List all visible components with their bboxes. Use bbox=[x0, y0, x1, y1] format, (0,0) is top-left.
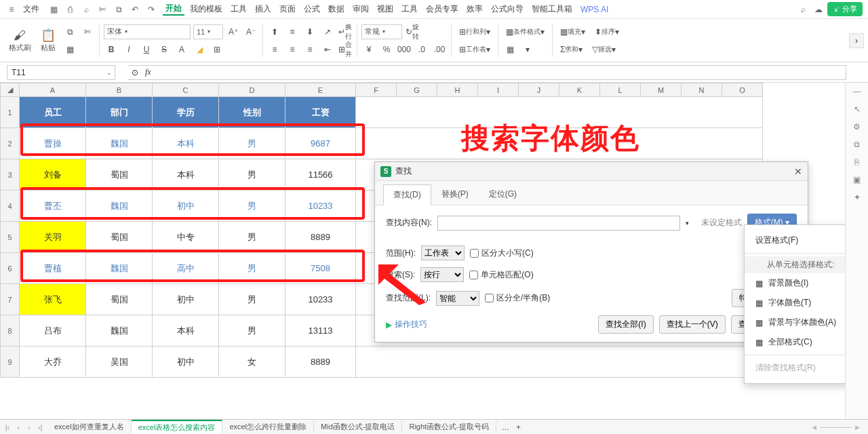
row-header[interactable]: 1 bbox=[1, 97, 20, 128]
share-button[interactable]: ⭹ 分享 bbox=[827, 2, 863, 16]
rowcol-button[interactable]: ⊞ 行和列 ▾ bbox=[456, 24, 494, 39]
number-format-combo[interactable]: 常规▾ bbox=[361, 24, 402, 39]
menu-font-color[interactable]: ▦字体颜色(T) bbox=[745, 293, 845, 313]
sheet-tab[interactable]: excel如何查重复人名 bbox=[47, 420, 132, 433]
cell[interactable]: 10233 bbox=[285, 284, 356, 315]
row-header[interactable]: 2 bbox=[1, 128, 20, 159]
cell[interactable]: 吴国 bbox=[86, 347, 153, 378]
copy-icon[interactable]: ⧉ bbox=[113, 3, 125, 16]
chevron-down-icon[interactable]: ▾ bbox=[686, 220, 689, 226]
sort-button[interactable]: ⬍ 排序 ▾ bbox=[591, 24, 623, 39]
increase-font-icon[interactable]: A⁺ bbox=[226, 24, 241, 39]
font-color-button[interactable]: A bbox=[174, 42, 189, 57]
dialog-titlebar[interactable]: S 查找 ✕ bbox=[375, 162, 808, 181]
worksheet-button[interactable]: ⊞ 工作表 ▾ bbox=[456, 42, 494, 57]
cell[interactable]: 高中 bbox=[153, 253, 219, 284]
cell[interactable]: 初中 bbox=[153, 284, 219, 315]
search-icon[interactable]: ⌕ bbox=[797, 3, 810, 16]
row-header[interactable]: 7 bbox=[1, 284, 20, 315]
paste-button[interactable]: 📋粘贴 bbox=[34, 28, 62, 53]
cell[interactable]: 7508 bbox=[285, 253, 356, 284]
chevron-down-icon[interactable]: ⌄ bbox=[106, 69, 112, 76]
row-header[interactable]: 5 bbox=[1, 222, 20, 253]
align-bottom-icon[interactable]: ⬇ bbox=[302, 24, 317, 39]
cell[interactable]: 9687 bbox=[285, 128, 356, 159]
rotate-button[interactable]: ↻ 旋转 bbox=[405, 24, 420, 39]
wps-ai-button[interactable]: WPS AI bbox=[578, 5, 611, 14]
fill-color-button[interactable]: ◢ bbox=[192, 42, 207, 57]
border-button[interactable]: ⊞ bbox=[210, 42, 224, 57]
row-header[interactable]: 9 bbox=[1, 347, 20, 378]
row-header[interactable]: 6 bbox=[1, 253, 20, 284]
lookin-select[interactable]: 智能 bbox=[436, 291, 479, 306]
preview-icon[interactable]: ⌕ bbox=[80, 3, 92, 16]
tab-page[interactable]: 页面 bbox=[277, 3, 298, 15]
col-header[interactable]: A bbox=[20, 83, 86, 97]
cell[interactable]: 大乔 bbox=[20, 347, 86, 378]
cell[interactable]: 中专 bbox=[153, 222, 219, 253]
scope-select[interactable]: 工作表 bbox=[421, 245, 465, 260]
tab-replace[interactable]: 替换(P) bbox=[431, 184, 479, 205]
row-header[interactable]: 4 bbox=[1, 191, 20, 222]
cell[interactable]: 男 bbox=[219, 315, 285, 347]
cell[interactable]: 8889 bbox=[285, 222, 356, 253]
tab-members[interactable]: 会员专享 bbox=[423, 3, 461, 15]
cell[interactable]: 男 bbox=[219, 253, 285, 284]
sparkle-icon[interactable]: ✦ bbox=[854, 193, 861, 202]
cell[interactable]: 曹植 bbox=[20, 253, 86, 284]
col-header[interactable]: F bbox=[356, 83, 397, 97]
comma-icon[interactable]: 000 bbox=[397, 42, 412, 57]
filter-button[interactable]: ▽ 筛选 ▾ bbox=[589, 42, 619, 57]
cell[interactable]: 本科 bbox=[153, 128, 219, 159]
menu-set-format[interactable]: 设置格式(F) bbox=[745, 231, 845, 250]
align-right-icon[interactable]: ≡ bbox=[302, 42, 317, 57]
col-header[interactable]: B bbox=[86, 83, 153, 97]
dec-inc-icon[interactable]: .0 bbox=[414, 42, 429, 57]
col-header[interactable]: K bbox=[559, 83, 600, 97]
minus-icon[interactable]: — bbox=[853, 87, 861, 96]
table-header-cell[interactable]: 性别 bbox=[219, 97, 285, 128]
undo-icon[interactable]: ↶ bbox=[129, 3, 141, 16]
formula-bar[interactable]: ⊙ fx bbox=[127, 65, 846, 80]
layer-icon[interactable]: ⧉ bbox=[854, 140, 860, 149]
cell[interactable]: 女 bbox=[219, 347, 285, 378]
col-header[interactable]: N bbox=[682, 83, 722, 97]
row-header[interactable]: 8 bbox=[1, 315, 20, 347]
sheet-tab[interactable]: Mid函数公式-提取电话 bbox=[314, 420, 402, 433]
find-prev-button[interactable]: 查找上一个(V) bbox=[659, 315, 726, 334]
match-case-checkbox[interactable]: 区分大小写(C) bbox=[470, 248, 534, 259]
col-header[interactable]: I bbox=[478, 83, 519, 97]
tab-find[interactable]: 查找(D) bbox=[383, 184, 431, 205]
indent-dec-icon[interactable]: ⇤ bbox=[320, 42, 335, 57]
tab-start[interactable]: 开始 bbox=[163, 3, 184, 16]
close-icon[interactable]: ✕ bbox=[794, 166, 802, 177]
sheet-tab[interactable]: excel怎么跨行批量删除 bbox=[222, 420, 314, 433]
col-header[interactable]: O bbox=[722, 83, 763, 97]
strike-button[interactable]: S bbox=[157, 42, 172, 57]
cell[interactable]: 魏国 bbox=[86, 128, 153, 159]
table-header-cell[interactable]: 员工 bbox=[20, 97, 86, 128]
font-name-combo[interactable]: 宋体▾ bbox=[104, 24, 191, 39]
add-sheet-icon[interactable]: ＋ bbox=[515, 422, 522, 432]
dec-dec-icon[interactable]: .00 bbox=[432, 42, 447, 57]
menu-all-format[interactable]: ▦全部格式(C) bbox=[745, 332, 845, 352]
last-sheet-icon[interactable]: ›| bbox=[35, 423, 45, 431]
cell[interactable]: 魏国 bbox=[86, 315, 153, 347]
cell[interactable]: 初中 bbox=[153, 347, 219, 378]
link-icon[interactable]: ⎘ bbox=[854, 157, 859, 167]
match-cell-checkbox[interactable]: 单元格匹配(O) bbox=[469, 269, 533, 281]
font-size-combo[interactable]: 11▾ bbox=[193, 24, 223, 39]
decrease-font-icon[interactable]: A⁻ bbox=[243, 24, 258, 39]
cell[interactable]: 10233 bbox=[285, 191, 356, 222]
name-box[interactable]: T11 ⌄ bbox=[7, 65, 115, 80]
align-left-icon[interactable]: ≡ bbox=[267, 42, 282, 57]
cell[interactable]: 本科 bbox=[153, 159, 219, 191]
tab-insert[interactable]: 插入 bbox=[252, 3, 274, 15]
save-icon[interactable]: ▦ bbox=[47, 3, 60, 16]
tab-data[interactable]: 数据 bbox=[326, 3, 347, 15]
cell[interactable]: 蜀国 bbox=[86, 284, 153, 315]
cond-format-button[interactable]: ▦ 条件格式 ▾ bbox=[502, 24, 548, 39]
tab-my-templates[interactable]: 我的模板 bbox=[187, 3, 225, 15]
currency-icon[interactable]: ¥ bbox=[361, 42, 376, 57]
menu-bg-color[interactable]: ▦背景颜色(I) bbox=[745, 273, 845, 293]
